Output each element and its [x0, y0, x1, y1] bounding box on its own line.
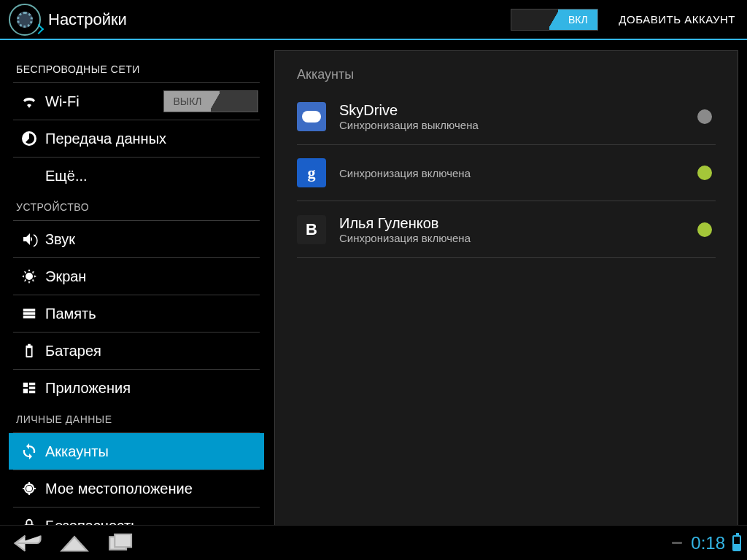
sound-icon: [16, 230, 42, 248]
sidebar-item-location[interactable]: Мое местоположение: [9, 470, 264, 507]
sidebar-item-storage[interactable]: Память: [9, 295, 264, 332]
toggle-on-label: ВКЛ: [558, 9, 597, 30]
sidebar-item-more[interactable]: Ещё...: [9, 158, 264, 194]
account-row-google[interactable]: g Синхронизация включена: [275, 151, 738, 195]
section-wireless-header: БЕСПРОВОДНЫЕ СЕТИ: [9, 50, 264, 82]
sidebar-item-apps[interactable]: Приложения: [9, 370, 264, 406]
content-area: БЕСПРОВОДНЫЕ СЕТИ Wi-Fi ВЫКЛ Передача да…: [0, 40, 747, 560]
wifi-toggle[interactable]: ВЫКЛ: [163, 90, 258, 112]
account-title: SkyDrive: [339, 101, 694, 119]
settings-sidebar: БЕСПРОВОДНЫЕ СЕТИ Wi-Fi ВЫКЛ Передача да…: [9, 50, 264, 560]
battery-icon: [16, 343, 42, 359]
account-row-skydrive[interactable]: SkyDrive Синхронизация выключена: [275, 94, 738, 139]
sidebar-item-label: Звук: [45, 231, 75, 248]
sidebar-item-label: Экран: [45, 268, 86, 285]
add-account-button[interactable]: ДОБАВИТЬ АККАУНТ: [613, 13, 741, 26]
skydrive-icon: [297, 102, 326, 131]
section-device-header: УСТРОЙСТВО: [9, 194, 264, 220]
vk-icon: B: [297, 215, 326, 244]
sidebar-item-label: Приложения: [45, 380, 131, 397]
sidebar-item-sound[interactable]: Звук: [9, 221, 264, 257]
page-title: Настройки: [48, 10, 127, 29]
sidebar-item-accounts[interactable]: Аккаунты: [9, 433, 264, 470]
account-title: Илья Гуленков: [339, 214, 694, 232]
sidebar-item-display[interactable]: Экран: [9, 258, 264, 295]
divider: [297, 257, 716, 258]
divider: [297, 144, 716, 145]
sidebar-item-label: Wi-Fi: [45, 93, 80, 110]
google-icon: g: [297, 158, 326, 187]
sidebar-item-label: Мое местоположение: [45, 481, 193, 497]
brightness-icon: [16, 268, 42, 285]
svg-rect-1: [115, 534, 131, 547]
clock[interactable]: 0:18: [691, 533, 725, 553]
account-subtitle: Синхронизация выключена: [339, 119, 694, 131]
app-icon[interactable]: [9, 4, 41, 36]
sidebar-item-label: Передача данных: [45, 131, 166, 147]
recent-apps-button[interactable]: [99, 529, 143, 558]
account-subtitle: Синхронизация включена: [339, 232, 694, 244]
system-nav-bar: 0:18: [0, 525, 747, 560]
sidebar-item-label: Аккаунты: [45, 443, 109, 460]
panel-header: Аккаунты: [275, 51, 738, 94]
account-row-vk[interactable]: B Илья Гуленков Синхронизация включена: [275, 207, 738, 252]
accounts-panel: Аккаунты SkyDrive Синхронизация выключен…: [274, 50, 738, 560]
sync-status-icon: [694, 219, 716, 241]
storage-icon: [16, 306, 42, 322]
divider: [297, 201, 716, 201]
data-usage-icon: [16, 130, 42, 147]
wifi-icon: [16, 93, 42, 110]
back-button[interactable]: [6, 529, 50, 558]
sidebar-item-label: Ещё...: [45, 168, 88, 184]
sync-icon: [16, 443, 42, 460]
gear-icon: [17, 12, 33, 28]
section-personal-header: ЛИЧНЫЕ ДАННЫЕ: [9, 406, 264, 432]
sync-status-icon: [694, 106, 716, 128]
signal-indicator: [672, 542, 682, 544]
sidebar-item-label: Батарея: [45, 343, 101, 359]
home-button[interactable]: [53, 529, 96, 558]
sidebar-item-data-usage[interactable]: Передача данных: [9, 120, 264, 157]
sidebar-item-wifi[interactable]: Wi-Fi ВЫКЛ: [9, 83, 264, 120]
toggle-off-label: ВЫКЛ: [164, 91, 211, 112]
account-subtitle: Синхронизация включена: [339, 167, 694, 179]
sync-status-icon: [694, 162, 716, 184]
sync-master-toggle[interactable]: ВКЛ: [511, 9, 598, 31]
sidebar-item-battery[interactable]: Батарея: [9, 332, 264, 369]
location-icon: [16, 480, 42, 497]
apps-icon: [16, 380, 42, 396]
action-bar: Настройки ВКЛ ДОБАВИТЬ АККАУНТ: [0, 0, 747, 40]
sidebar-item-label: Память: [45, 306, 96, 322]
battery-indicator[interactable]: [732, 535, 741, 551]
